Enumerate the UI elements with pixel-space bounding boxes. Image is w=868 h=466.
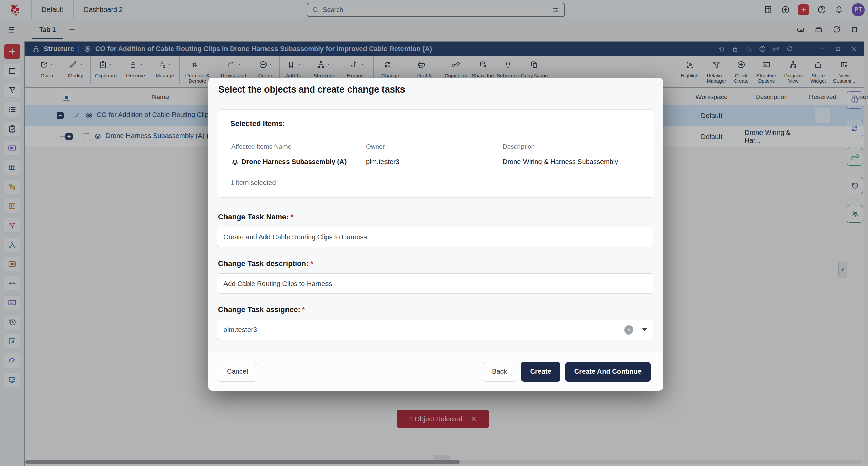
dialog-title: Select the objects and create change tas… [218,84,405,95]
required-asterisk: * [302,305,305,314]
selected-items-summary: 1 item selected [230,179,276,187]
field-label-text: Change Task assignee: [218,305,300,314]
create-and-continue-button[interactable]: Create And Continue [565,362,651,382]
required-asterisk: * [291,212,294,221]
affected-item-description: Drone Wiring & Harness Subassembly [502,158,618,166]
change-task-assignee-input[interactable]: plm.tester3✕ [217,320,653,340]
change-task-description-label: Change Task description:* [218,259,313,268]
cancel-button[interactable]: Cancel [218,362,257,382]
selected-items-heading: Selected Items: [230,119,285,128]
dropdown-caret-icon[interactable] [642,328,647,331]
affected-item-label: Drone Harness Subassembly (A) [241,158,347,166]
field-value: plm.tester3 [223,326,257,334]
application-root: DefaultDashboard 2 Search PT Tab 1 Struc… [0,0,868,466]
field-label-text: Change Task Name: [218,212,289,221]
create-button[interactable]: Create [521,362,560,382]
layers-icon [231,159,239,166]
layers-icon [231,158,239,166]
field-value: Add Cable Routing Clips to Harness [223,280,332,288]
back-button[interactable]: Back [483,362,516,382]
change-task-description-input[interactable]: Add Cable Routing Clips to Harness [217,273,653,294]
clear-value-button[interactable]: ✕ [624,325,633,335]
change-task-name-input[interactable]: Create and Add Cable Routing Clips to Ha… [217,227,653,247]
create-change-tasks-dialog: Select the objects and create change tas… [208,78,663,391]
selected-items-col-1: Affected Items Name [231,143,291,150]
selected-items-col-2: Owner [366,143,385,150]
selected-items-col-3: Description [502,143,535,150]
affected-item-owner: plm.tester3 [366,158,399,166]
affected-item-name: Drone Harness Subassembly (A) [231,158,347,166]
change-task-assignee-label: Change Task assignee:* [218,305,305,314]
selected-items-card: Selected Items: Affected Items NameOwner… [217,109,654,198]
field-label-text: Change Task description: [218,259,309,268]
required-asterisk: * [310,259,313,268]
field-value: Create and Add Cable Routing Clips to Ha… [223,233,367,241]
dialog-footer: Cancel Back Create Create And Continue [208,352,663,391]
change-task-name-label: Change Task Name:* [218,212,293,221]
